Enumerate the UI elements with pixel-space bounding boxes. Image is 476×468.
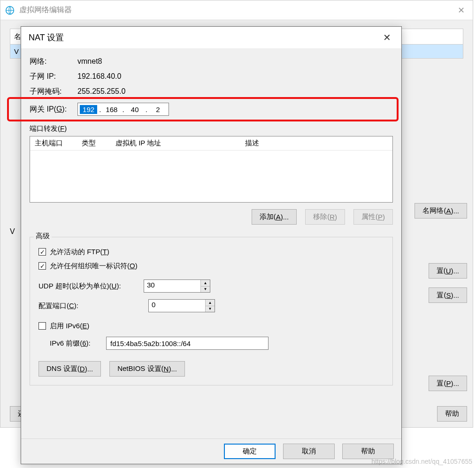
globe-icon [5, 6, 15, 15]
outer-window-title: 虚拟网络编辑器 [19, 5, 454, 15]
netbios-settings-button[interactable]: NetBIOS 设置(N)... [109, 361, 185, 377]
config-port-value[interactable]: 0 [149, 300, 205, 312]
settings-u-button[interactable]: 置(U)... [429, 263, 467, 279]
config-port-spinner[interactable]: 0 ▲ ▼ [148, 299, 215, 312]
advanced-group-title: 高级 [34, 232, 52, 241]
nat-dialog-title: NAT 设置 [29, 32, 380, 43]
port-forward-label: 端口转发(F) [30, 124, 393, 133]
port-forward-table[interactable]: 主机端口 类型 虚拟机 IP 地址 描述 [30, 136, 393, 203]
ok-button[interactable]: 确定 [224, 444, 276, 459]
col-vm-ip: 虚拟机 IP 地址 [111, 139, 240, 148]
outer-close-button[interactable]: ✕ [454, 5, 468, 15]
outer-left-label: V [10, 227, 15, 236]
ip-octet-1[interactable]: 192 [80, 105, 97, 114]
port-props-button: 属性(P) [353, 209, 393, 225]
advanced-group: 高级 ✓ 允许活动的 FTP(T) ✓ 允许任何组织唯一标识符(O) UDP 超… [30, 237, 393, 385]
ipv6-prefix-label: IPv6 前缀(6): [50, 339, 101, 348]
rename-network-button[interactable]: 名网络(A)... [415, 203, 467, 219]
subnet-ip-value: 192.168.40.0 [77, 72, 121, 81]
ipv6-checkbox[interactable] [38, 322, 46, 330]
network-value: vmnet8 [77, 57, 102, 66]
ipv6-checkbox-label: 启用 IPv6(E) [50, 322, 89, 331]
ip-octet-3[interactable]: 40 [126, 105, 144, 114]
gateway-ip-input[interactable]: 192 . 168 . 40 . 2 [77, 103, 169, 116]
spinner-up-icon[interactable]: ▲ [201, 280, 210, 287]
ipv6-prefix-input[interactable]: fd15:4ba5:5a2b:1008::/64 [106, 337, 269, 350]
udp-timeout-value[interactable]: 30 [144, 280, 200, 292]
port-add-button[interactable]: 添加(A)... [252, 209, 297, 225]
spinner-up-icon[interactable]: ▲ [206, 300, 215, 306]
network-label: 网络: [30, 57, 77, 67]
oui-checkbox-label: 允许任何组织唯一标识符(O) [50, 262, 138, 271]
gateway-label: 网关 IP(G): [30, 105, 77, 114]
ip-octet-2[interactable]: 168 [103, 105, 120, 114]
outer-titlebar: 虚拟网络编辑器 ✕ [0, 0, 473, 20]
cancel-button[interactable]: 取消 [283, 444, 335, 459]
settings-p-button[interactable]: 置(P)... [429, 376, 467, 391]
nat-titlebar: NAT 设置 ✕ [21, 27, 401, 48]
subnet-mask-value: 255.255.255.0 [77, 87, 125, 96]
nat-close-button[interactable]: ✕ [380, 32, 394, 43]
ftp-checkbox-label: 允许活动的 FTP(T) [50, 248, 109, 257]
spinner-down-icon[interactable]: ▼ [201, 287, 210, 293]
udp-timeout-label: UDP 超时(以秒为单位)(U): [38, 282, 139, 291]
help-button[interactable]: 帮助 [342, 444, 394, 459]
ftp-checkbox[interactable]: ✓ [38, 248, 46, 256]
col-host-port: 主机端口 [30, 139, 77, 148]
outer-help-button[interactable]: 帮助 [437, 406, 467, 422]
nat-settings-dialog: NAT 设置 ✕ 网络: vmnet8 子网 IP: 192.168.40.0 … [21, 26, 402, 464]
spinner-down-icon[interactable]: ▼ [206, 306, 215, 312]
oui-checkbox[interactable]: ✓ [38, 262, 46, 270]
config-port-label: 配置端口(C): [38, 302, 89, 310]
subnet-mask-label: 子网掩码: [30, 87, 77, 97]
nat-dialog-footer: 确定 取消 帮助 [21, 438, 401, 464]
ip-octet-4[interactable]: 2 [149, 105, 167, 114]
nat-body: 网络: vmnet8 子网 IP: 192.168.40.0 子网掩码: 255… [21, 48, 401, 438]
port-remove-button: 移除(R) [305, 209, 345, 225]
subnet-ip-label: 子网 IP: [30, 72, 77, 82]
gateway-row-highlight: 网关 IP(G): 192 . 168 . 40 . 2 [7, 97, 399, 121]
dns-settings-button[interactable]: DNS 设置(D)... [38, 361, 101, 377]
settings-s-button[interactable]: 置(S)... [429, 287, 467, 303]
col-type: 类型 [77, 139, 111, 148]
col-desc: 描述 [240, 139, 392, 148]
udp-timeout-spinner[interactable]: 30 ▲ ▼ [144, 279, 210, 293]
port-table-header: 主机端口 类型 虚拟机 IP 地址 描述 [30, 136, 392, 151]
